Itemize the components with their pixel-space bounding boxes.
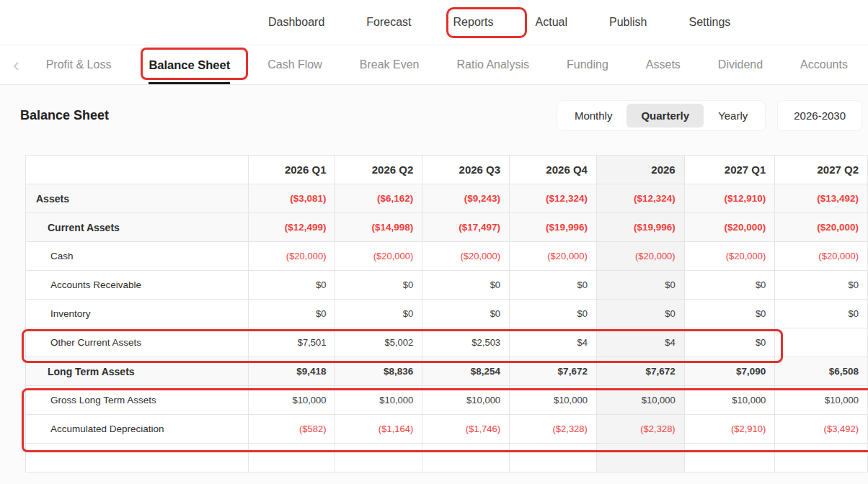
table-row: Long Term Assets$9,418$8,836$8,254$7,672…: [26, 357, 868, 386]
value-cell: $0: [596, 300, 684, 328]
value-cell: ($3,081): [248, 184, 335, 213]
value-cell: ($14,998): [335, 213, 422, 242]
balance-sheet-table-wrap: 2026 Q12026 Q22026 Q32026 Q420262027 Q12…: [25, 155, 868, 472]
row-label[interactable]: Assets: [26, 184, 249, 213]
period-option-yearly[interactable]: Yearly: [704, 104, 762, 127]
row-label: [26, 444, 249, 472]
value-cell: ($12,910): [684, 184, 775, 213]
nav-item-dashboard[interactable]: Dashboard: [268, 16, 324, 29]
value-cell: $10,000: [775, 386, 868, 415]
row-label[interactable]: Other Current Assets: [26, 328, 249, 357]
value-cell: $9,418: [248, 357, 335, 386]
tab-profit-and-loss[interactable]: Profit & Loss: [46, 45, 112, 84]
value-cell: $8,836: [335, 357, 422, 386]
tab-cash-flow[interactable]: Cash Flow: [267, 45, 322, 84]
table-row: Other Current Assets$7,501$5,002$2,503$4…: [26, 328, 868, 357]
table-body: Assets($3,081)($6,162)($9,243)($12,324)(…: [26, 184, 868, 472]
table-row: Inventory$0$0$0$0$0$0$0: [26, 300, 868, 328]
row-label[interactable]: Accounts Receivable: [26, 271, 249, 300]
row-label-header: [26, 156, 249, 184]
tab-break-even[interactable]: Break Even: [360, 45, 420, 84]
balance-sheet-table: 2026 Q12026 Q22026 Q32026 Q420262027 Q12…: [25, 155, 868, 472]
tab-dividend[interactable]: Dividend: [718, 45, 763, 84]
value-cell: ($20,000): [596, 242, 684, 271]
value-cell: [596, 444, 684, 472]
period-toggle-group: Monthly Quarterly Yearly: [557, 100, 766, 131]
period-option-monthly[interactable]: Monthly: [560, 104, 627, 127]
date-range-button[interactable]: 2026-2030: [777, 100, 862, 131]
value-cell: $0: [248, 300, 335, 328]
value-cell: ($20,000): [775, 213, 868, 242]
period-option-quarterly[interactable]: Quarterly: [626, 104, 704, 127]
value-cell: [248, 444, 335, 472]
value-cell: ($1,746): [422, 415, 510, 444]
nav-item-reports[interactable]: Reports: [453, 16, 494, 29]
table-head-row: 2026 Q12026 Q22026 Q32026 Q420262027 Q12…: [26, 156, 868, 184]
value-cell: ($20,000): [775, 242, 868, 271]
value-cell: ($13,492): [775, 184, 868, 213]
value-cell: [775, 328, 868, 357]
value-cell: $0: [422, 300, 510, 328]
chevron-left-icon[interactable]: ‹: [13, 45, 19, 84]
table-row: [26, 444, 868, 472]
value-cell: ($20,000): [684, 242, 775, 271]
value-cell: $0: [335, 271, 422, 300]
value-cell: ($3,492): [775, 415, 868, 444]
report-tabs: ‹ Profit & Loss Balance Sheet Cash Flow …: [0, 45, 868, 85]
value-cell: $7,672: [596, 357, 684, 386]
nav-item-forecast[interactable]: Forecast: [366, 16, 411, 29]
report-controls: Monthly Quarterly Yearly 2026-2030: [557, 100, 862, 131]
value-cell: $0: [684, 328, 775, 357]
tab-assets[interactable]: Assets: [646, 45, 681, 84]
table-row: Current Assets($12,499)($14,998)($17,497…: [26, 213, 868, 242]
table-row: Accounts Receivable$0$0$0$0$0$0$0: [26, 271, 868, 300]
nav-item-actual[interactable]: Actual: [536, 16, 567, 29]
row-label[interactable]: Accumulated Depreciation: [26, 415, 249, 444]
tab-funding[interactable]: Funding: [567, 45, 608, 84]
value-cell: $0: [684, 300, 775, 328]
value-cell: ($19,996): [510, 213, 597, 242]
row-label[interactable]: Cash: [26, 242, 249, 271]
value-cell: [510, 444, 597, 472]
table-row: Gross Long Term Assets$10,000$10,000$10,…: [26, 386, 868, 415]
nav-item-publish[interactable]: Publish: [609, 16, 647, 29]
value-cell: $6,508: [775, 357, 868, 386]
value-cell: $4: [596, 328, 684, 357]
table-row: Accumulated Depreciation($582)($1,164)($…: [26, 415, 868, 444]
value-cell: ($20,000): [684, 213, 775, 242]
tab-accounts[interactable]: Accounts: [800, 45, 848, 84]
column-header: 2026 Q2: [335, 156, 422, 184]
value-cell: ($9,243): [422, 184, 510, 213]
value-cell: $0: [684, 271, 775, 300]
table-row: Assets($3,081)($6,162)($9,243)($12,324)(…: [26, 184, 868, 213]
value-cell: ($12,324): [510, 184, 597, 213]
value-cell: $0: [596, 271, 684, 300]
value-cell: $7,501: [248, 328, 335, 357]
value-cell: $10,000: [335, 386, 422, 415]
value-cell: ($19,996): [596, 213, 684, 242]
value-cell: ($17,497): [422, 213, 510, 242]
row-label[interactable]: Current Assets: [26, 213, 249, 242]
page-title: Balance Sheet: [20, 108, 109, 123]
nav-item-settings[interactable]: Settings: [689, 16, 731, 29]
value-cell: $0: [248, 271, 335, 300]
column-header: 2027 Q2: [775, 156, 868, 184]
row-label[interactable]: Inventory: [26, 300, 249, 328]
value-cell: [422, 444, 510, 472]
row-label[interactable]: Gross Long Term Assets: [26, 386, 249, 415]
row-label[interactable]: Long Term Assets: [26, 357, 249, 386]
value-cell: ($20,000): [335, 242, 422, 271]
value-cell: $4: [510, 328, 597, 357]
value-cell: $10,000: [596, 386, 684, 415]
value-cell: $7,672: [510, 357, 597, 386]
value-cell: $0: [775, 300, 868, 328]
report-content: Balance Sheet Monthly Quarterly Yearly 2…: [0, 85, 868, 472]
tab-balance-sheet[interactable]: Balance Sheet: [149, 45, 230, 84]
tab-ratio-analysis[interactable]: Ratio Analysis: [456, 45, 529, 84]
table-row: Cash($20,000)($20,000)($20,000)($20,000)…: [26, 242, 868, 271]
column-header: 2026 Q3: [422, 156, 510, 184]
value-cell: ($2,328): [510, 415, 597, 444]
value-cell: ($20,000): [510, 242, 597, 271]
value-cell: $10,000: [510, 386, 597, 415]
value-cell: $2,503: [422, 328, 510, 357]
